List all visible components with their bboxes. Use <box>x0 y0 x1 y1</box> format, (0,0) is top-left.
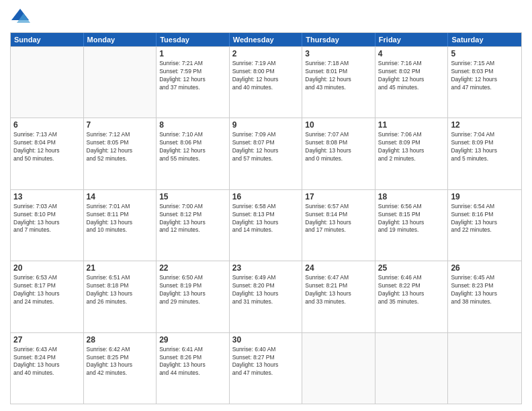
day-info: Sunrise: 7:07 AM Sunset: 8:08 PM Dayligh… <box>305 131 372 163</box>
header-day-monday: Monday <box>84 33 157 46</box>
day-cell-7: 7Sunrise: 7:12 AM Sunset: 8:05 PM Daylig… <box>84 118 157 189</box>
day-info: Sunrise: 7:04 AM Sunset: 8:09 PM Dayligh… <box>451 131 519 163</box>
week-row-3: 13Sunrise: 7:03 AM Sunset: 8:10 PM Dayli… <box>11 189 521 261</box>
day-info: Sunrise: 7:19 AM Sunset: 8:00 PM Dayligh… <box>232 60 300 92</box>
day-info: Sunrise: 6:45 AM Sunset: 8:23 PM Dayligh… <box>451 274 519 306</box>
day-cell-16: 16Sunrise: 6:58 AM Sunset: 8:13 PM Dayli… <box>230 190 303 261</box>
header <box>10 7 522 27</box>
day-info: Sunrise: 7:00 AM Sunset: 8:12 PM Dayligh… <box>159 203 226 235</box>
day-info: Sunrise: 6:47 AM Sunset: 8:21 PM Dayligh… <box>305 274 372 306</box>
day-cell-17: 17Sunrise: 6:57 AM Sunset: 8:14 PM Dayli… <box>302 190 375 261</box>
day-number: 11 <box>378 120 445 130</box>
day-info: Sunrise: 6:58 AM Sunset: 8:13 PM Dayligh… <box>232 203 300 235</box>
day-info: Sunrise: 7:13 AM Sunset: 8:04 PM Dayligh… <box>13 131 81 163</box>
day-number: 25 <box>378 263 445 273</box>
day-info: Sunrise: 7:21 AM Sunset: 7:59 PM Dayligh… <box>159 60 226 92</box>
day-info: Sunrise: 6:54 AM Sunset: 8:16 PM Dayligh… <box>451 203 519 235</box>
day-info: Sunrise: 6:43 AM Sunset: 8:24 PM Dayligh… <box>13 346 81 378</box>
week-row-4: 20Sunrise: 6:53 AM Sunset: 8:17 PM Dayli… <box>11 261 521 332</box>
header-day-friday: Friday <box>375 33 449 46</box>
day-number: 15 <box>159 192 226 201</box>
page: SundayMondayTuesdayWednesdayThursdayFrid… <box>0 0 532 411</box>
day-cell-empty-4-6 <box>448 333 521 404</box>
day-cell-13: 13Sunrise: 7:03 AM Sunset: 8:10 PM Dayli… <box>11 190 84 261</box>
header-day-sunday: Sunday <box>11 33 84 46</box>
day-info: Sunrise: 7:01 AM Sunset: 8:11 PM Dayligh… <box>87 203 154 235</box>
day-cell-12: 12Sunrise: 7:04 AM Sunset: 8:09 PM Dayli… <box>448 118 521 189</box>
day-cell-3: 3Sunrise: 7:18 AM Sunset: 8:01 PM Daylig… <box>302 47 375 118</box>
day-cell-8: 8Sunrise: 7:10 AM Sunset: 8:06 PM Daylig… <box>157 118 230 189</box>
day-number: 22 <box>159 263 226 273</box>
day-number: 19 <box>451 192 519 201</box>
day-info: Sunrise: 6:40 AM Sunset: 8:27 PM Dayligh… <box>232 346 300 378</box>
day-number: 29 <box>159 335 226 345</box>
day-cell-15: 15Sunrise: 7:00 AM Sunset: 8:12 PM Dayli… <box>157 190 230 261</box>
day-number: 27 <box>13 335 81 345</box>
header-day-tuesday: Tuesday <box>157 33 230 46</box>
day-cell-20: 20Sunrise: 6:53 AM Sunset: 8:17 PM Dayli… <box>11 261 84 332</box>
day-number: 17 <box>305 192 372 201</box>
day-cell-29: 29Sunrise: 6:41 AM Sunset: 8:26 PM Dayli… <box>157 333 230 404</box>
week-row-1: 1Sunrise: 7:21 AM Sunset: 7:59 PM Daylig… <box>11 46 521 118</box>
day-number: 13 <box>13 192 81 201</box>
day-info: Sunrise: 6:49 AM Sunset: 8:20 PM Dayligh… <box>232 274 300 306</box>
day-info: Sunrise: 7:03 AM Sunset: 8:10 PM Dayligh… <box>13 203 81 235</box>
day-number: 30 <box>232 335 300 345</box>
day-cell-2: 2Sunrise: 7:19 AM Sunset: 8:00 PM Daylig… <box>230 47 303 118</box>
day-number: 9 <box>232 120 300 130</box>
day-cell-9: 9Sunrise: 7:09 AM Sunset: 8:07 PM Daylig… <box>230 118 303 189</box>
header-day-thursday: Thursday <box>302 33 375 46</box>
day-number: 7 <box>87 120 154 130</box>
day-info: Sunrise: 6:50 AM Sunset: 8:19 PM Dayligh… <box>159 274 226 306</box>
day-cell-10: 10Sunrise: 7:07 AM Sunset: 8:08 PM Dayli… <box>302 118 375 189</box>
day-cell-25: 25Sunrise: 6:46 AM Sunset: 8:22 PM Dayli… <box>375 261 449 332</box>
day-cell-empty-0-0 <box>11 47 84 118</box>
day-number: 4 <box>378 49 445 58</box>
day-cell-19: 19Sunrise: 6:54 AM Sunset: 8:16 PM Dayli… <box>448 190 521 261</box>
day-info: Sunrise: 6:57 AM Sunset: 8:14 PM Dayligh… <box>305 203 372 235</box>
day-number: 24 <box>305 263 372 273</box>
calendar-header-row: SundayMondayTuesdayWednesdayThursdayFrid… <box>11 33 521 46</box>
day-info: Sunrise: 6:46 AM Sunset: 8:22 PM Dayligh… <box>378 274 445 306</box>
day-number: 26 <box>451 263 519 273</box>
week-row-5: 27Sunrise: 6:43 AM Sunset: 8:24 PM Dayli… <box>11 332 521 404</box>
calendar: SundayMondayTuesdayWednesdayThursdayFrid… <box>10 32 522 404</box>
day-cell-27: 27Sunrise: 6:43 AM Sunset: 8:24 PM Dayli… <box>11 333 84 404</box>
day-cell-empty-4-4 <box>302 333 375 404</box>
day-cell-empty-0-1 <box>84 47 157 118</box>
day-number: 3 <box>305 49 372 58</box>
day-cell-26: 26Sunrise: 6:45 AM Sunset: 8:23 PM Dayli… <box>448 261 521 332</box>
day-number: 8 <box>159 120 226 130</box>
day-info: Sunrise: 6:42 AM Sunset: 8:25 PM Dayligh… <box>87 346 154 378</box>
day-cell-22: 22Sunrise: 6:50 AM Sunset: 8:19 PM Dayli… <box>157 261 230 332</box>
day-cell-14: 14Sunrise: 7:01 AM Sunset: 8:11 PM Dayli… <box>84 190 157 261</box>
day-cell-23: 23Sunrise: 6:49 AM Sunset: 8:20 PM Dayli… <box>230 261 303 332</box>
header-day-wednesday: Wednesday <box>230 33 303 46</box>
day-number: 20 <box>13 263 81 273</box>
day-cell-1: 1Sunrise: 7:21 AM Sunset: 7:59 PM Daylig… <box>157 47 230 118</box>
day-cell-18: 18Sunrise: 6:56 AM Sunset: 8:15 PM Dayli… <box>375 190 449 261</box>
day-cell-30: 30Sunrise: 6:40 AM Sunset: 8:27 PM Dayli… <box>230 333 303 404</box>
day-cell-4: 4Sunrise: 7:16 AM Sunset: 8:02 PM Daylig… <box>375 47 449 118</box>
calendar-body: 1Sunrise: 7:21 AM Sunset: 7:59 PM Daylig… <box>11 46 521 404</box>
day-info: Sunrise: 7:12 AM Sunset: 8:05 PM Dayligh… <box>87 131 154 163</box>
day-number: 21 <box>87 263 154 273</box>
day-info: Sunrise: 7:18 AM Sunset: 8:01 PM Dayligh… <box>305 60 372 92</box>
day-info: Sunrise: 7:06 AM Sunset: 8:09 PM Dayligh… <box>378 131 445 163</box>
day-number: 23 <box>232 263 300 273</box>
day-number: 28 <box>87 335 154 345</box>
day-cell-6: 6Sunrise: 7:13 AM Sunset: 8:04 PM Daylig… <box>11 118 84 189</box>
day-number: 12 <box>451 120 519 130</box>
day-cell-28: 28Sunrise: 6:42 AM Sunset: 8:25 PM Dayli… <box>84 333 157 404</box>
day-number: 16 <box>232 192 300 201</box>
logo <box>10 7 32 27</box>
day-cell-5: 5Sunrise: 7:15 AM Sunset: 8:03 PM Daylig… <box>448 47 521 118</box>
week-row-2: 6Sunrise: 7:13 AM Sunset: 8:04 PM Daylig… <box>11 118 521 189</box>
day-number: 10 <box>305 120 372 130</box>
day-info: Sunrise: 7:09 AM Sunset: 8:07 PM Dayligh… <box>232 131 300 163</box>
day-cell-11: 11Sunrise: 7:06 AM Sunset: 8:09 PM Dayli… <box>375 118 449 189</box>
day-info: Sunrise: 6:41 AM Sunset: 8:26 PM Dayligh… <box>159 346 226 378</box>
day-info: Sunrise: 6:53 AM Sunset: 8:17 PM Dayligh… <box>13 274 81 306</box>
day-cell-24: 24Sunrise: 6:47 AM Sunset: 8:21 PM Dayli… <box>302 261 375 332</box>
day-number: 1 <box>159 49 226 58</box>
